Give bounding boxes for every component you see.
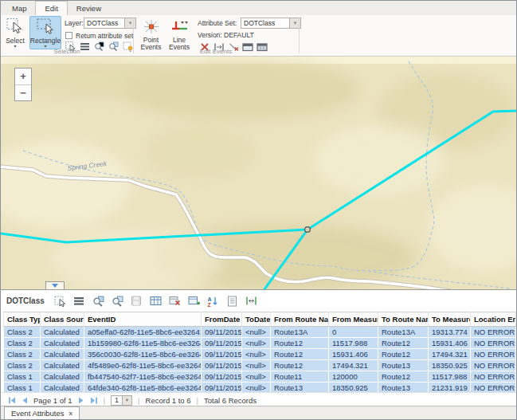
collapse-arrow-icon: [52, 284, 58, 288]
selection-group-label: Selection: [3, 48, 131, 55]
next-page-button[interactable]: [78, 397, 84, 404]
route-junction-vertex[interactable]: [305, 227, 311, 233]
col-event-id[interactable]: EventID: [84, 312, 202, 327]
edit-events-group-label: Edit Events: [136, 48, 296, 55]
col-from-measure[interactable]: From Measure: [329, 312, 378, 327]
layer-select-caret-icon[interactable]: ▼: [125, 18, 136, 29]
select-tool-button[interactable]: Select ▾: [3, 16, 27, 49]
page-number-caret-icon[interactable]: ▼: [123, 395, 132, 406]
delete-record-icon[interactable]: [169, 295, 181, 307]
zoom-in-button[interactable]: +: [15, 69, 31, 84]
select-tool-icon: [6, 18, 25, 37]
group-separator: [133, 18, 134, 53]
save-edits-icon[interactable]: [131, 295, 143, 307]
pan-to-selected-icon[interactable]: [112, 295, 123, 307]
version-label: Version: DEFAULT: [198, 31, 254, 39]
table-row[interactable]: Class 2Calculated4f5489e0-62f8-11e5-8bc6…: [4, 360, 516, 371]
zoom-out-button[interactable]: −: [15, 84, 31, 100]
col-class-type[interactable]: Class Type: [4, 312, 41, 327]
event-attributes-tab-label: Event Attributes: [11, 409, 65, 418]
event-table-body: Class 2Calculateda05effa0-62f8-11e5-8bc6…: [4, 327, 516, 394]
zoom-to-selected-icon[interactable]: [92, 295, 104, 307]
view-report-icon[interactable]: [226, 295, 238, 307]
table-row[interactable]: Class 2Calculated1b159980-62f8-11e5-8bc6…: [4, 338, 516, 349]
attribute-set-select[interactable]: DOTClass ▼: [241, 18, 301, 29]
pager-separator: |: [197, 396, 198, 405]
show-selected-records-icon[interactable]: [73, 295, 85, 307]
point-events-icon: [142, 18, 161, 37]
return-attribute-set-label: Return attribute set: [76, 32, 133, 40]
attribute-set-value: DOTClass: [241, 18, 290, 29]
record-range-label: Record 1 to 6: [146, 396, 191, 405]
event-editor-window: Map Edit Review Select ▾ Rectangle: [0, 0, 517, 420]
layer-select-value: DOTClass: [84, 18, 125, 29]
col-location-error[interactable]: Location Error: [471, 312, 516, 327]
ribbon-tabstrip: Map Edit Review: [1, 1, 516, 15]
tab-review[interactable]: Review: [68, 2, 110, 15]
bottom-tabbar: Event Attributes x: [1, 406, 516, 419]
col-to-measure[interactable]: To Measure: [429, 312, 471, 327]
svg-text:A: A: [208, 296, 212, 301]
open-table-icon[interactable]: [150, 295, 162, 307]
panel-collapse-tab[interactable]: [45, 281, 65, 289]
table-row[interactable]: Class 2Calculated356c0030-62f8-11e5-8bc6…: [4, 349, 516, 360]
page-number-value: 1: [111, 395, 123, 406]
map-canvas[interactable]: Spring Creek + −: [1, 57, 517, 289]
tab-edit[interactable]: Edit: [35, 1, 67, 15]
col-from-date[interactable]: FromDate: [202, 312, 242, 327]
basemap: Spring Creek: [1, 57, 517, 289]
tab-map[interactable]: Map: [3, 2, 35, 15]
col-to-route-name[interactable]: To Route Name: [378, 312, 429, 327]
map-zoom-control: + −: [14, 68, 32, 101]
page-label: Page 1 of 1: [33, 396, 72, 405]
sort-records-icon[interactable]: AZ: [207, 295, 219, 307]
rectangle-tool-button[interactable]: Rectangle ▾: [29, 16, 61, 49]
table-title: DOTClass: [6, 296, 45, 305]
table-row[interactable]: Class 1Calculatedfb447540-62f7-11e5-8bc6…: [4, 371, 516, 383]
table-row[interactable]: Class 2Calculateda05effa0-62f8-11e5-8bc6…: [4, 327, 516, 338]
event-table: Class Type Class Source EventID FromDate…: [3, 312, 516, 394]
layer-label: Layer:: [65, 19, 84, 27]
event-attributes-tab[interactable]: Event Attributes x: [4, 406, 80, 419]
group-separator: [299, 18, 300, 53]
fit-columns-icon[interactable]: [245, 295, 257, 307]
ribbon: Select ▾ Rectangle ▾ Layer: DOTClass ▼ R…: [1, 15, 516, 57]
close-tab-icon[interactable]: x: [69, 410, 72, 417]
col-class-source[interactable]: Class Source: [41, 312, 84, 327]
rectangle-tool-icon: [36, 18, 55, 37]
select-records-icon[interactable]: [54, 295, 66, 307]
add-record-icon[interactable]: [188, 295, 200, 307]
layer-select[interactable]: DOTClass ▼: [84, 18, 136, 29]
pager-separator: |: [138, 396, 139, 405]
total-records-label: Total 6 Records: [204, 396, 257, 405]
table-header-row: Class Type Class Source EventID FromDate…: [4, 312, 516, 327]
pager-separator: |: [104, 396, 105, 405]
page-number-select[interactable]: 1 ▼: [111, 395, 132, 406]
previous-page-button[interactable]: [22, 397, 28, 404]
col-to-date[interactable]: ToDate: [242, 312, 271, 327]
table-toolbar: DOTClass: [1, 290, 516, 312]
first-page-button[interactable]: [8, 397, 16, 404]
last-page-button[interactable]: [90, 397, 98, 404]
attribute-set-label: Attribute Set:: [198, 19, 237, 27]
event-attributes-panel: DOTClass: [1, 289, 516, 407]
line-events-icon: [170, 18, 189, 37]
return-attribute-set-checkbox[interactable]: [65, 32, 72, 39]
svg-text:Z: Z: [208, 301, 212, 307]
col-from-route-name[interactable]: From Route Name: [271, 312, 329, 327]
